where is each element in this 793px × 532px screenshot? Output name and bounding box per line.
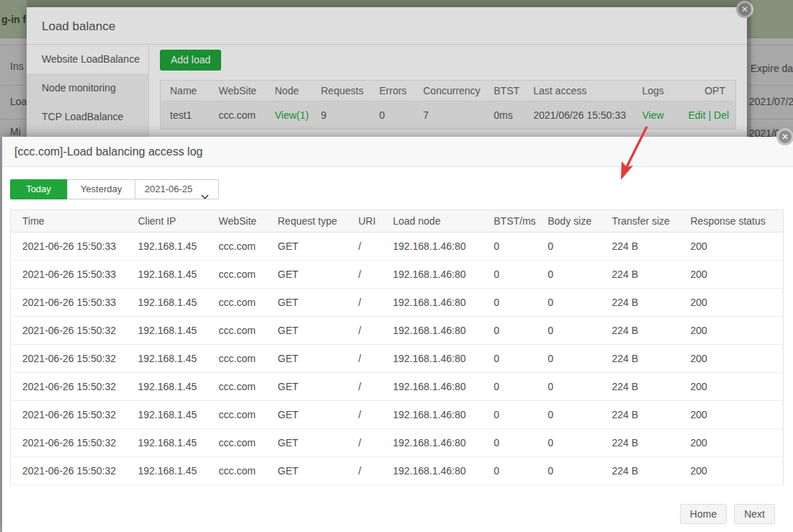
log-table-cell: GET — [266, 289, 347, 317]
column-header: WebSite — [210, 81, 266, 102]
log-table-cell: 2021-06-26 15:50:33 — [11, 289, 127, 317]
cell-concurrency: 7 — [414, 102, 485, 130]
logs-view-link[interactable]: View — [642, 109, 664, 121]
background-partial-text: Mi — [10, 126, 21, 137]
log-table-cell: 200 — [679, 261, 784, 289]
log-table-cell: / — [347, 289, 382, 317]
log-table-cell: 192.168.1.45 — [127, 317, 207, 345]
log-table-cell: ccc.com — [207, 261, 266, 289]
log-table-cell: / — [347, 373, 382, 401]
log-table-cell: 0 — [483, 457, 537, 485]
background-expire-date-header: Expire date — [751, 63, 793, 74]
log-table-cell: 0 — [483, 345, 537, 373]
tab-today[interactable]: Today — [10, 179, 67, 199]
log-table-cell: 2021-06-26 15:50:33 — [11, 233, 127, 261]
log-table-cell: 0 — [483, 289, 537, 317]
log-table-cell: 200 — [679, 345, 784, 373]
access-log-modal-title: [ccc.com]-Load balancing access log — [14, 145, 202, 158]
log-table-cell: 192.168.1.45 — [127, 261, 207, 289]
log-date-select-value: 2021-06-25 — [145, 180, 193, 199]
column-header: Node — [266, 81, 312, 102]
column-header: Request type — [266, 210, 347, 233]
log-table-cell: / — [347, 457, 382, 485]
log-table-cell: 192.168.1.46:80 — [382, 289, 483, 317]
pagination: Home Next — [680, 504, 775, 524]
log-table-cell: 192.168.1.46:80 — [382, 429, 483, 457]
log-table-cell: / — [347, 261, 382, 289]
log-table-row: 2021-06-26 15:50:32192.168.1.45ccc.comGE… — [11, 401, 784, 429]
cell-last-access: 2021/06/26 15:50:33 — [524, 102, 633, 130]
log-date-tabbar: Today Yesterday 2021-06-25 — [10, 179, 219, 199]
tab-yesterday[interactable]: Yesterday — [67, 180, 135, 199]
node-view-link[interactable]: View(1) — [275, 109, 309, 121]
log-table-cell: 2021-06-26 15:50:32 — [11, 317, 127, 345]
log-table-cell: 0 — [483, 317, 537, 345]
log-table-cell: 192.168.1.45 — [127, 345, 207, 373]
log-table-cell: 192.168.1.45 — [127, 457, 207, 485]
column-header: Client IP — [127, 210, 207, 233]
log-table-cell: 2021-06-26 15:50:32 — [11, 457, 127, 485]
log-table-cell: 0 — [537, 289, 601, 317]
home-button[interactable]: Home — [680, 504, 727, 524]
column-header: Load node — [382, 210, 483, 233]
log-table-cell: 2021-06-26 15:50:32 — [11, 429, 127, 457]
access-log-table: TimeClient IPWebSiteRequest typeURILoad … — [10, 209, 784, 485]
close-icon[interactable]: ✕ — [776, 128, 793, 145]
column-header: URI — [347, 210, 382, 233]
log-table-row: 2021-06-26 15:50:32192.168.1.45ccc.comGE… — [11, 429, 784, 457]
log-table-cell: 0 — [483, 261, 537, 289]
log-table-cell: 2021-06-26 15:50:32 — [11, 401, 127, 429]
load-balance-modal-body: Website LoadBalance Node monitoring TCP … — [27, 45, 747, 140]
cell-errors: 0 — [370, 102, 414, 130]
add-load-button[interactable]: Add load — [160, 50, 221, 71]
sidebar-item-tcp-loadbalance[interactable]: TCP LoadBalance — [27, 102, 148, 131]
load-balance-modal: Load balance Website LoadBalance Node mo… — [27, 7, 747, 140]
log-table-cell: 200 — [679, 233, 784, 261]
log-table-cell: 192.168.1.46:80 — [382, 457, 483, 485]
log-table-cell: 224 B — [601, 345, 679, 373]
log-table-cell: / — [347, 401, 382, 429]
access-log-modal: [ccc.com]-Load balancing access log ✕ To… — [2, 137, 793, 532]
load-balance-modal-title: Load balance — [42, 19, 115, 34]
sidebar-item-node-monitoring[interactable]: Node monitoring — [27, 73, 148, 102]
opt-separator: | — [709, 109, 712, 121]
log-table-cell: 224 B — [601, 289, 679, 317]
background-partial-text: Ins — [10, 60, 24, 72]
log-table-cell: GET — [266, 429, 347, 457]
log-table-cell: 224 B — [601, 457, 679, 485]
log-table-cell: / — [347, 345, 382, 373]
log-table-cell: GET — [266, 317, 347, 345]
del-link[interactable]: Del — [714, 109, 729, 121]
log-table-cell: 0 — [537, 429, 601, 457]
log-table-cell: 200 — [679, 429, 784, 457]
log-table-cell: 192.168.1.46:80 — [382, 261, 483, 289]
loadbalance-table: NameWebSiteNodeRequestsErrorsConcurrency… — [160, 80, 736, 130]
log-table-cell: 192.168.1.45 — [127, 373, 207, 401]
log-table-row: 2021-06-26 15:50:32192.168.1.45ccc.comGE… — [11, 317, 784, 345]
edit-link[interactable]: Edit — [689, 109, 706, 121]
cell-opt: Edit | Del — [689, 102, 736, 130]
log-table-cell: 192.168.1.45 — [127, 401, 207, 429]
log-table-cell: 2021-06-26 15:50:32 — [11, 345, 127, 373]
log-table-row: 2021-06-26 15:50:32192.168.1.45ccc.comGE… — [11, 373, 784, 401]
column-header: Errors — [370, 81, 414, 102]
log-table-cell: 0 — [483, 429, 537, 457]
log-table-cell: ccc.com — [207, 345, 266, 373]
log-table-cell: 200 — [679, 401, 784, 429]
log-table-cell: 192.168.1.45 — [127, 289, 207, 317]
log-table-cell: 0 — [537, 233, 601, 261]
log-table-cell: GET — [266, 345, 347, 373]
loadbalance-table-header-row: NameWebSiteNodeRequestsErrorsConcurrency… — [161, 81, 736, 102]
next-button[interactable]: Next — [734, 504, 775, 524]
log-date-select[interactable]: 2021-06-25 — [135, 180, 218, 199]
log-table-row: 2021-06-26 15:50:33192.168.1.45ccc.comGE… — [11, 261, 784, 289]
cell-logs: View — [633, 102, 689, 130]
sidebar-item-website-loadbalance[interactable]: Website LoadBalance — [27, 45, 148, 73]
background-partial-text: Loa — [10, 96, 27, 107]
screen: g-in fo Ins Loa Mi Expire date 2021/07/2… — [0, 0, 793, 532]
log-table-cell: 224 B — [601, 261, 679, 289]
log-table-cell: 192.168.1.46:80 — [382, 401, 483, 429]
close-icon[interactable]: ✕ — [736, 1, 753, 18]
column-header: Time — [11, 210, 127, 233]
log-table-cell: / — [347, 233, 382, 261]
